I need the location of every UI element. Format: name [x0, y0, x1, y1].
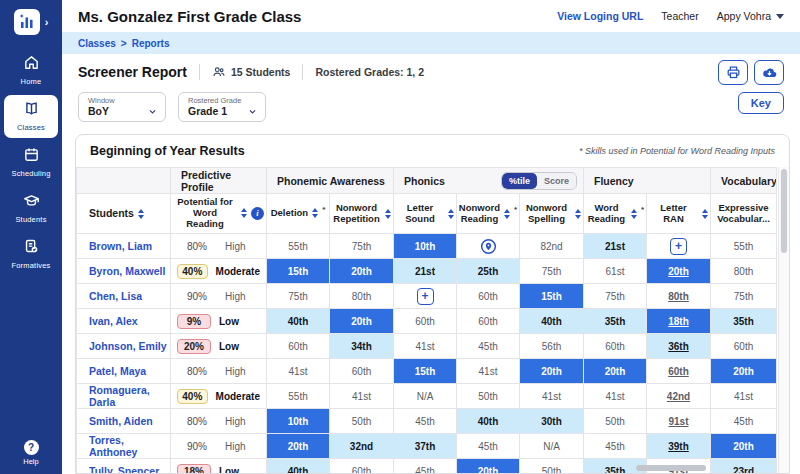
- group-header-inner: Vocabulary: [721, 175, 776, 187]
- sidebar-item-students[interactable]: Students: [4, 187, 58, 230]
- window-select[interactable]: Window BoY: [78, 92, 166, 122]
- score-link[interactable]: 60th: [668, 366, 689, 377]
- target-icon[interactable]: [479, 240, 498, 251]
- score-link[interactable]: 80th: [668, 291, 689, 302]
- score-value: 37th: [415, 441, 436, 452]
- download-button[interactable]: [754, 60, 784, 85]
- score-cell: 41st: [267, 359, 330, 384]
- sidebar-item-help[interactable]: Help: [0, 440, 62, 466]
- print-button[interactable]: [718, 60, 748, 85]
- toggle-score[interactable]: Score: [537, 173, 576, 189]
- sort-icon[interactable]: [504, 209, 510, 219]
- rostered-grade-select[interactable]: Rostered Grade Grade 1: [178, 92, 266, 122]
- potential-cell: 40%Moderate: [171, 384, 267, 409]
- cloud-download-icon: [762, 65, 777, 80]
- student-name-link[interactable]: Torres, Anthoney: [89, 434, 137, 458]
- student-name-link[interactable]: Brown, Liam: [89, 240, 152, 252]
- score-cell: 20th: [647, 259, 711, 284]
- score-value: 35th: [605, 316, 626, 327]
- score-value: 75th: [734, 291, 753, 302]
- student-name-link[interactable]: Patel, Maya: [89, 365, 146, 377]
- view-login-url-link[interactable]: View Loging URL: [557, 10, 643, 22]
- sidebar-item-formatives[interactable]: Formatives: [4, 233, 58, 276]
- sidebar-item-scheduling[interactable]: Scheduling: [4, 141, 58, 184]
- horizontal-scrollbar-thumb[interactable]: [636, 465, 706, 471]
- sort-icon[interactable]: [312, 208, 318, 218]
- students-count-label: 15 Students: [231, 66, 291, 78]
- score-value: 60th: [605, 341, 624, 352]
- student-name-link[interactable]: Tully, Spencer: [89, 465, 159, 474]
- percent-badge: 90%: [177, 291, 217, 302]
- asterisk-mark: *: [514, 205, 517, 214]
- score-cell: 20th: [330, 259, 394, 284]
- score-cell: 50th: [520, 459, 584, 474]
- score-cell: 50th: [330, 409, 394, 434]
- user-menu[interactable]: Appy Vohra: [717, 10, 784, 22]
- score-link[interactable]: 36th: [668, 341, 689, 352]
- sort-icon[interactable]: [448, 209, 454, 219]
- score-cell: 60th: [647, 359, 711, 384]
- sort-icon[interactable]: [241, 208, 247, 218]
- risk-level-label: High: [225, 416, 246, 427]
- student-name-link[interactable]: Romaguera, Darla: [89, 384, 150, 408]
- breadcrumb-reports[interactable]: Reports: [132, 38, 170, 49]
- student-name-link[interactable]: Smith, Aiden: [89, 415, 153, 427]
- percent-badge: 18%: [177, 464, 211, 474]
- sidebar-item-classes[interactable]: Classes: [4, 95, 58, 138]
- score-link[interactable]: 20th: [668, 266, 689, 277]
- sort-icon[interactable]: [385, 209, 391, 219]
- student-name-cell: Patel, Maya: [77, 359, 171, 384]
- score-value: 41st: [479, 366, 498, 377]
- score-value: 75th: [288, 291, 307, 302]
- toggle-percentile[interactable]: %tile: [502, 173, 537, 189]
- student-name-link[interactable]: Byron, Maxwell: [89, 265, 165, 277]
- student-name-link[interactable]: Johnson, Emily: [89, 340, 167, 352]
- score-link[interactable]: 39th: [668, 441, 689, 452]
- score-value: 23rd: [733, 466, 754, 474]
- score-value: 10th: [288, 416, 309, 427]
- score-value: 34th: [351, 341, 372, 352]
- score-cell: 41st: [330, 384, 394, 409]
- score-cell: 40th: [267, 459, 330, 474]
- risk-level-label: Moderate: [216, 266, 260, 277]
- sort-icon[interactable]: [702, 209, 708, 219]
- breadcrumb-classes[interactable]: Classes: [78, 38, 116, 49]
- score-value: 21st: [415, 266, 435, 277]
- score-cell: 37th: [394, 434, 457, 459]
- score-cell: 60th: [457, 309, 520, 334]
- results-card-header: Beginning of Year Results * Skills used …: [76, 135, 789, 167]
- score-value: 55th: [288, 241, 307, 252]
- table-row: Chen, Lisa90%High75th80th60th15th75th80t…: [77, 284, 777, 309]
- results-card: Beginning of Year Results * Skills used …: [75, 134, 790, 474]
- info-icon[interactable]: [251, 207, 264, 220]
- sort-icon[interactable]: [138, 209, 144, 219]
- score-value: 60th: [415, 316, 434, 327]
- report-title: Screener Report: [78, 64, 187, 80]
- sidebar-expand-button[interactable]: ›: [45, 16, 49, 28]
- app-logo-icon: [14, 9, 40, 35]
- vertical-scrollbar[interactable]: [778, 167, 789, 474]
- score-value: 41st: [352, 391, 371, 402]
- score-cell: 60th: [394, 309, 457, 334]
- score-link[interactable]: 18th: [668, 316, 689, 327]
- student-name-link[interactable]: Chen, Lisa: [89, 290, 142, 302]
- app-root: › HomeClassesSchedulingStudentsFormative…: [0, 0, 800, 474]
- score-cell: 10th: [267, 409, 330, 434]
- vertical-scrollbar-thumb[interactable]: [781, 169, 787, 253]
- sidebar-item-home[interactable]: Home: [4, 49, 58, 92]
- score-value: N/A: [417, 391, 434, 402]
- score-link[interactable]: 42nd: [667, 391, 690, 402]
- score-value: 60th: [352, 366, 371, 377]
- rostered-grade-select-label: Rostered Grade: [188, 96, 257, 105]
- student-name-link[interactable]: Ivan, Alex: [89, 315, 138, 327]
- plus-icon[interactable]: [670, 238, 687, 255]
- sort-icon[interactable]: [631, 209, 637, 219]
- plus-icon[interactable]: [417, 288, 434, 305]
- key-button[interactable]: Key: [738, 92, 784, 114]
- column-header-label: Letter RAN: [649, 203, 698, 225]
- column-header-nonword-reading: Nonword Reading*: [457, 194, 520, 234]
- score-cell: 21st: [584, 234, 647, 259]
- score-link[interactable]: 91st: [668, 416, 688, 427]
- sort-icon[interactable]: [575, 209, 581, 219]
- sidebar-item-label: Classes: [17, 123, 45, 132]
